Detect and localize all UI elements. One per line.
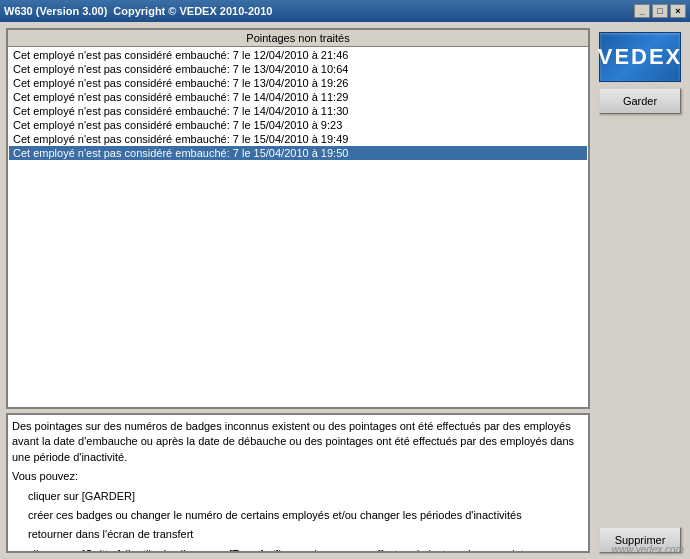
listbox-content[interactable]: Cet employé n'est pas considéré embauché… [8,47,588,407]
copyright-text: Copyright © VEDEX 2010-2010 [113,5,272,17]
desc-line2: Vous pouvez: [12,469,584,484]
list-item[interactable]: Cet employé n'est pas considéré embauché… [9,132,587,146]
main-container: Pointages non traités Cet employé n'est … [0,22,690,559]
desc-option1b: créer ces badges ou changer le numéro de… [12,508,584,523]
left-panel: Pointages non traités Cet employé n'est … [6,28,590,553]
listbox-title: Pointages non traités [8,30,588,47]
garder-button[interactable]: Garder [599,88,681,114]
list-item[interactable]: Cet employé n'est pas considéré embauché… [9,90,587,104]
desc-option1c: retourner dans l'écran de transfert [12,527,584,542]
title-bar-text: W630 (Version 3.00) Copyright © VEDEX 20… [4,5,272,17]
vedex-logo: VEDEX [599,32,681,82]
window-controls[interactable]: _ □ × [634,4,686,18]
list-item[interactable]: Cet employé n'est pas considéré embauché… [9,104,587,118]
watermark: www.vedex.com [612,544,684,555]
right-panel: VEDEX Garder Supprimer [596,28,684,553]
title-bar: W630 (Version 3.00) Copyright © VEDEX 20… [0,0,690,22]
list-item[interactable]: Cet employé n'est pas considéré embauché… [9,146,587,160]
close-button[interactable]: × [670,4,686,18]
desc-option1d: cliquer sur [Quitter] (Inutile de clique… [12,547,584,553]
list-item[interactable]: Cet employé n'est pas considéré embauché… [9,48,587,62]
description-box: Des pointages sur des numéros de badges … [6,413,590,553]
list-item[interactable]: Cet employé n'est pas considéré embauché… [9,118,587,132]
desc-option1: cliquer sur [GARDER] [12,489,584,504]
listbox-container: Pointages non traités Cet employé n'est … [6,28,590,409]
list-item[interactable]: Cet employé n'est pas considéré embauché… [9,62,587,76]
list-item[interactable]: Cet employé n'est pas considéré embauché… [9,76,587,90]
maximize-button[interactable]: □ [652,4,668,18]
app-title: W630 (Version 3.00) [4,5,107,17]
minimize-button[interactable]: _ [634,4,650,18]
desc-line1: Des pointages sur des numéros de badges … [12,419,584,465]
